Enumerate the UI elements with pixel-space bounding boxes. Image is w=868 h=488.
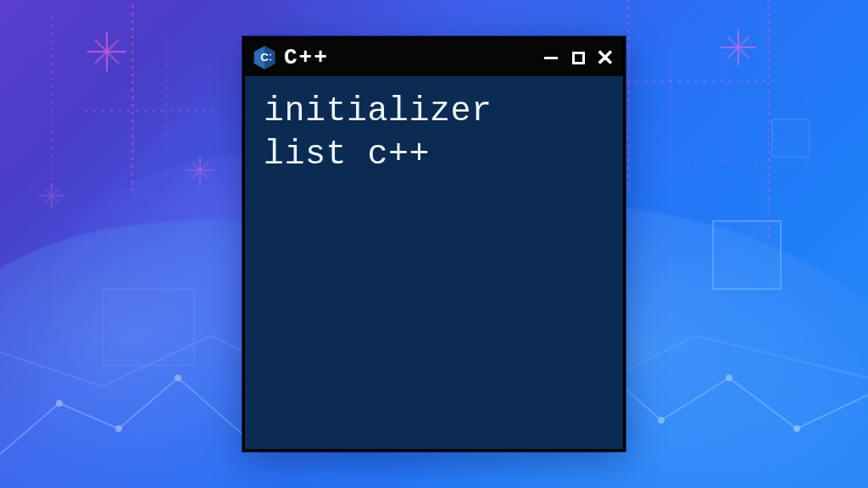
maximize-button[interactable] — [569, 48, 587, 67]
minimize-button[interactable] — [542, 48, 560, 67]
svg-text:C: C — [260, 51, 269, 64]
terminal-window-wrapper: C + + C++ ✕ initializer list c++ — [242, 36, 626, 452]
window-title: C++ — [284, 45, 535, 70]
titlebar[interactable]: C + + C++ ✕ — [245, 39, 623, 76]
svg-text:+: + — [270, 57, 272, 62]
cpp-logo-icon: C + + — [252, 45, 277, 70]
terminal-content: initializer list c++ — [245, 76, 623, 449]
close-button[interactable]: ✕ — [596, 48, 615, 67]
svg-text:+: + — [270, 52, 272, 57]
terminal-window: C + + C++ ✕ initializer list c++ — [242, 36, 626, 452]
window-controls: ✕ — [542, 48, 615, 67]
